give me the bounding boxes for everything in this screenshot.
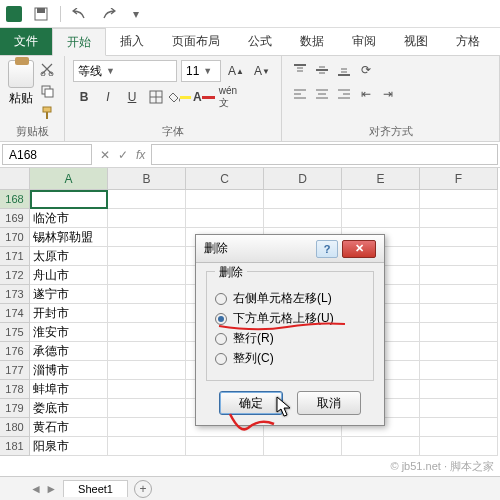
cell[interactable] bbox=[108, 437, 186, 456]
font-name-combo[interactable]: 等线▼ bbox=[73, 60, 177, 82]
cell[interactable] bbox=[108, 247, 186, 266]
cell[interactable] bbox=[108, 304, 186, 323]
cell[interactable] bbox=[186, 190, 264, 209]
cell[interactable] bbox=[420, 342, 498, 361]
row-header[interactable]: 178 bbox=[0, 380, 30, 399]
format-painter-icon[interactable] bbox=[38, 104, 56, 122]
underline-button[interactable]: U bbox=[121, 86, 143, 108]
align-middle-icon[interactable] bbox=[312, 60, 332, 80]
cell[interactable] bbox=[420, 285, 498, 304]
cell[interactable] bbox=[186, 437, 264, 456]
fill-color-button[interactable] bbox=[169, 86, 191, 108]
cell[interactable]: 淮安市 bbox=[30, 323, 108, 342]
orientation-icon[interactable]: ⟳ bbox=[356, 60, 376, 80]
cell[interactable] bbox=[420, 228, 498, 247]
row-header[interactable]: 180 bbox=[0, 418, 30, 437]
cell[interactable] bbox=[420, 190, 498, 209]
cell[interactable] bbox=[108, 342, 186, 361]
row-header[interactable]: 169 bbox=[0, 209, 30, 228]
cell[interactable] bbox=[108, 209, 186, 228]
tab-file[interactable]: 文件 bbox=[0, 28, 52, 55]
save-icon[interactable] bbox=[32, 5, 50, 23]
cell[interactable]: 蚌埠市 bbox=[30, 380, 108, 399]
align-bottom-icon[interactable] bbox=[334, 60, 354, 80]
select-all-corner[interactable] bbox=[0, 168, 30, 190]
column-header[interactable]: D bbox=[264, 168, 342, 190]
paste-button[interactable]: 粘贴 bbox=[8, 60, 34, 107]
cell[interactable]: 遂宁市 bbox=[30, 285, 108, 304]
increase-font-icon[interactable]: A▲ bbox=[225, 60, 247, 82]
cell[interactable] bbox=[420, 437, 498, 456]
row-header[interactable]: 175 bbox=[0, 323, 30, 342]
cell[interactable]: 开封市 bbox=[30, 304, 108, 323]
cell[interactable] bbox=[420, 361, 498, 380]
font-size-combo[interactable]: 11▼ bbox=[181, 60, 221, 82]
tab-formulas[interactable]: 公式 bbox=[234, 28, 286, 55]
radio-shift-left[interactable]: 右侧单元格左移(L) bbox=[215, 290, 365, 307]
tab-extra[interactable]: 方格 bbox=[442, 28, 494, 55]
column-header[interactable]: C bbox=[186, 168, 264, 190]
row-header[interactable]: 179 bbox=[0, 399, 30, 418]
formula-bar[interactable] bbox=[151, 144, 498, 165]
tab-view[interactable]: 视图 bbox=[390, 28, 442, 55]
align-top-icon[interactable] bbox=[290, 60, 310, 80]
cell[interactable]: 淄博市 bbox=[30, 361, 108, 380]
italic-button[interactable]: I bbox=[97, 86, 119, 108]
undo-icon[interactable] bbox=[71, 5, 89, 23]
tab-insert[interactable]: 插入 bbox=[106, 28, 158, 55]
cut-icon[interactable] bbox=[38, 60, 56, 78]
decrease-indent-icon[interactable]: ⇤ bbox=[356, 84, 376, 104]
row-header[interactable]: 181 bbox=[0, 437, 30, 456]
cell[interactable] bbox=[108, 380, 186, 399]
cell[interactable] bbox=[30, 190, 108, 209]
cell[interactable] bbox=[108, 418, 186, 437]
fx-icon[interactable]: fx bbox=[136, 148, 145, 162]
cell[interactable] bbox=[186, 209, 264, 228]
column-header[interactable]: E bbox=[342, 168, 420, 190]
copy-icon[interactable] bbox=[38, 82, 56, 100]
cancel-formula-icon[interactable]: ✕ bbox=[100, 148, 110, 162]
radio-entire-row[interactable]: 整行(R) bbox=[215, 330, 365, 347]
cell[interactable]: 太原市 bbox=[30, 247, 108, 266]
sheet-nav[interactable]: ◄ ► bbox=[30, 482, 57, 496]
row-header[interactable]: 171 bbox=[0, 247, 30, 266]
cell[interactable] bbox=[420, 418, 498, 437]
column-header[interactable]: B bbox=[108, 168, 186, 190]
increase-indent-icon[interactable]: ⇥ bbox=[378, 84, 398, 104]
cell[interactable]: 阳泉市 bbox=[30, 437, 108, 456]
align-left-icon[interactable] bbox=[290, 84, 310, 104]
ok-button[interactable]: 确定 bbox=[219, 391, 283, 415]
cell[interactable] bbox=[420, 266, 498, 285]
border-button[interactable] bbox=[145, 86, 167, 108]
cell[interactable]: 黄石市 bbox=[30, 418, 108, 437]
cell[interactable]: 承德市 bbox=[30, 342, 108, 361]
cell[interactable] bbox=[420, 247, 498, 266]
radio-entire-col[interactable]: 整列(C) bbox=[215, 350, 365, 367]
row-header[interactable]: 177 bbox=[0, 361, 30, 380]
cancel-button[interactable]: 取消 bbox=[297, 391, 361, 415]
cell[interactable] bbox=[108, 266, 186, 285]
tab-home[interactable]: 开始 bbox=[52, 28, 106, 56]
cell[interactable] bbox=[108, 190, 186, 209]
align-center-icon[interactable] bbox=[312, 84, 332, 104]
row-header[interactable]: 173 bbox=[0, 285, 30, 304]
cell[interactable] bbox=[420, 323, 498, 342]
cell[interactable] bbox=[264, 190, 342, 209]
row-header[interactable]: 170 bbox=[0, 228, 30, 247]
row-header[interactable]: 174 bbox=[0, 304, 30, 323]
cell[interactable] bbox=[420, 380, 498, 399]
cell[interactable] bbox=[108, 361, 186, 380]
cell[interactable] bbox=[342, 190, 420, 209]
sheet-tab[interactable]: Sheet1 bbox=[63, 480, 128, 497]
cell[interactable]: 锡林郭勒盟 bbox=[30, 228, 108, 247]
redo-icon[interactable] bbox=[99, 5, 117, 23]
tab-data[interactable]: 数据 bbox=[286, 28, 338, 55]
cell[interactable]: 临沧市 bbox=[30, 209, 108, 228]
phonetic-button[interactable]: wén文 bbox=[217, 86, 239, 108]
column-header[interactable]: F bbox=[420, 168, 498, 190]
cell[interactable] bbox=[342, 209, 420, 228]
cell[interactable] bbox=[108, 285, 186, 304]
accept-formula-icon[interactable]: ✓ bbox=[118, 148, 128, 162]
row-header[interactable]: 168 bbox=[0, 190, 30, 209]
tab-page-layout[interactable]: 页面布局 bbox=[158, 28, 234, 55]
